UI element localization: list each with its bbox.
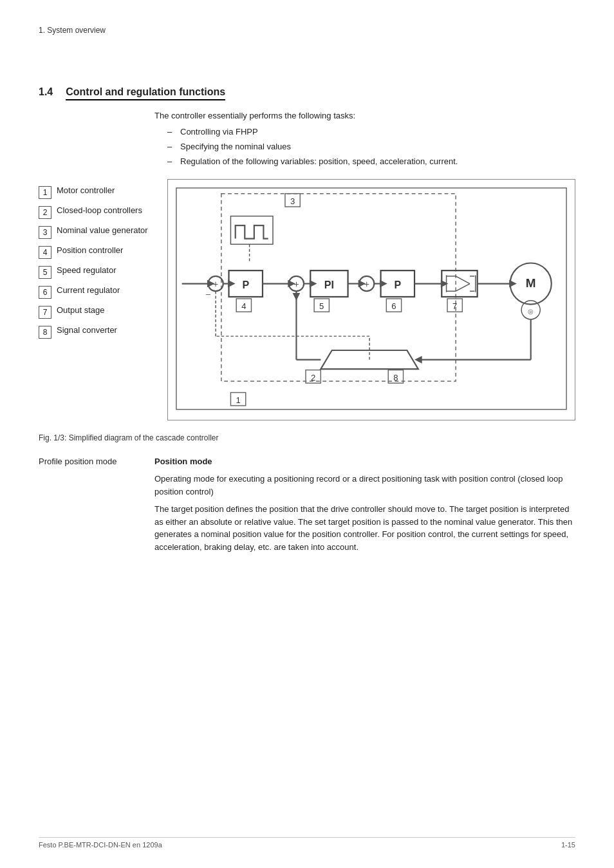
bullet-item-3: Regulation of the following variables: p… xyxy=(167,156,575,166)
svg-text:–: – xyxy=(206,289,211,299)
svg-text:1: 1 xyxy=(236,395,240,405)
svg-text:P: P xyxy=(242,279,249,290)
svg-text:7: 7 xyxy=(452,301,457,311)
legend-label-8: Signal converter xyxy=(57,325,117,336)
legend-item-3: 3 Nominal value generator xyxy=(39,225,154,239)
bullet-item-1: Controlling via FHPP xyxy=(167,127,575,137)
svg-line-24 xyxy=(456,284,470,292)
svg-text:+: + xyxy=(213,279,219,289)
legend-label-5: Speed regulator xyxy=(57,265,116,276)
legend-label-6: Current regulator xyxy=(57,285,120,296)
legend-item-4: 4 Position controller xyxy=(39,245,154,259)
legend-item-1: 1 Motor controller xyxy=(39,185,154,199)
legend-num-8: 8 xyxy=(39,326,51,339)
legend-num-2: 2 xyxy=(39,206,51,219)
legend-item-7: 7 Output stage xyxy=(39,305,154,319)
diagram-section: 1 Motor controller 2 Closed-loop control… xyxy=(39,179,575,420)
cascade-diagram: 1 3 P 4 PI 5 P 6 xyxy=(174,186,568,411)
legend-num-7: 7 xyxy=(39,306,51,319)
section-title: Control and regulation functions xyxy=(66,86,225,100)
svg-text:2: 2 xyxy=(311,373,315,382)
legend-label-4: Position controller xyxy=(57,245,123,256)
svg-text:4: 4 xyxy=(241,301,246,311)
profile-section: Profile position mode Position mode Oper… xyxy=(39,455,575,559)
svg-rect-33 xyxy=(230,216,273,245)
profile-label: Profile position mode xyxy=(39,455,142,559)
fig-caption: Fig. 1/3: Simplified diagram of the casc… xyxy=(39,433,575,442)
legend-num-4: 4 xyxy=(39,246,51,259)
svg-text:+: + xyxy=(364,279,369,289)
svg-marker-65 xyxy=(414,356,422,364)
legend-item-6: 6 Current regulator xyxy=(39,285,154,299)
legend-num-3: 3 xyxy=(39,226,51,239)
svg-text:M: M xyxy=(526,276,536,290)
svg-marker-55 xyxy=(441,280,449,288)
svg-marker-68 xyxy=(293,293,301,301)
legend-label-7: Output stage xyxy=(57,305,104,316)
svg-text:◎: ◎ xyxy=(528,308,534,315)
breadcrumb: 1. System overview xyxy=(39,26,575,35)
bullet-list: Controlling via FHPP Specifying the nomi… xyxy=(167,127,575,166)
svg-text:PI: PI xyxy=(324,279,334,290)
svg-marker-41 xyxy=(228,280,236,288)
svg-marker-53 xyxy=(380,280,387,288)
svg-rect-0 xyxy=(176,188,566,410)
legend-label-3: Nominal value generator xyxy=(57,225,148,236)
legend-label-1: Motor controller xyxy=(57,185,115,196)
svg-text:P: P xyxy=(394,279,401,290)
legend-num-5: 5 xyxy=(39,266,51,279)
intro-text: The controller essentially performs the … xyxy=(154,111,575,120)
svg-text:3: 3 xyxy=(290,196,295,206)
bullet-item-2: Specifying the nominal values xyxy=(167,142,575,151)
diagram-container: 1 3 P 4 PI 5 P 6 xyxy=(167,179,575,420)
svg-text:5: 5 xyxy=(319,301,324,311)
profile-content: Position mode Operating mode for executi… xyxy=(154,455,575,559)
footer-right: 1-15 xyxy=(561,841,575,849)
profile-desc1: Operating mode for executing a positioni… xyxy=(154,473,575,498)
section-number: 1.4 xyxy=(39,86,53,97)
svg-text:+: + xyxy=(293,279,299,289)
svg-rect-3 xyxy=(221,194,456,381)
svg-marker-47 xyxy=(310,280,317,288)
profile-title: Position mode xyxy=(154,455,575,468)
footer-left: Festo P.BE-MTR-DCI-DN-EN en 1209a xyxy=(39,841,162,849)
svg-text:6: 6 xyxy=(391,301,396,311)
legend-num-6: 6 xyxy=(39,286,51,299)
legend-label-2: Closed-loop controllers xyxy=(57,205,142,216)
legend-num-1: 1 xyxy=(39,186,51,199)
footer: Festo P.BE-MTR-DCI-DN-EN en 1209a 1-15 xyxy=(39,837,575,849)
svg-marker-57 xyxy=(509,280,517,288)
profile-desc2: The target position defines the position… xyxy=(154,503,575,553)
svg-line-23 xyxy=(456,276,470,284)
legend-item-8: 8 Signal converter xyxy=(39,325,154,339)
svg-text:8: 8 xyxy=(393,373,398,382)
legend: 1 Motor controller 2 Closed-loop control… xyxy=(39,179,154,420)
legend-item-5: 5 Speed regulator xyxy=(39,265,154,279)
legend-item-2: 2 Closed-loop controllers xyxy=(39,205,154,219)
